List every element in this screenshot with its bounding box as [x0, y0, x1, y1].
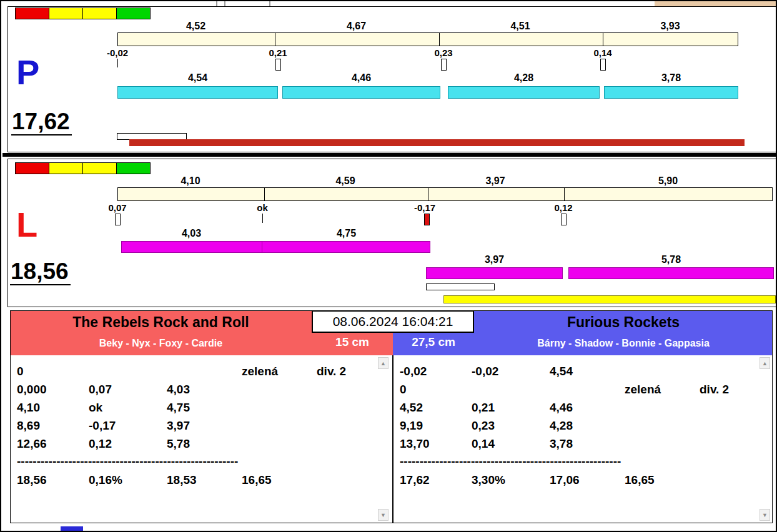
result-line: 4,10 ok 4,75 — [11, 401, 390, 417]
lane-p-top-split-label: 4,52 — [117, 21, 274, 32]
separator-dashes: ----------------------------------------… — [17, 455, 238, 468]
result-line: -0,02 -0,02 4,54 — [394, 365, 771, 381]
result-cell: 0,21 — [472, 401, 495, 415]
status-light-red — [15, 7, 49, 19]
result-cell: 0,14 — [472, 437, 495, 451]
team-right-jump-height: 27,5 cm — [393, 335, 474, 349]
result-cell: div. 2 — [317, 365, 346, 378]
scroll-down-button[interactable]: ▼ — [760, 509, 770, 521]
result-cell: 9,19 — [400, 419, 423, 433]
result-cell: -0,02 — [400, 365, 427, 378]
scroll-up-button[interactable]: ▲ — [760, 357, 770, 369]
scroll-down-button[interactable]: ▼ — [378, 509, 388, 521]
status-light-yellow — [82, 162, 117, 174]
lane-p-split-bar — [448, 86, 600, 99]
lane-l-split-label: 4,03 — [121, 228, 262, 239]
result-totals-line: 18,56 0,16% 18,53 16,65 — [11, 473, 390, 490]
results-divider — [392, 355, 393, 523]
result-cell: -0,02 — [472, 365, 498, 378]
team-left-results-area[interactable]: 0 zelená div. 2 0,000 0,07 4,03 4,10 ok … — [11, 356, 390, 522]
lane-p-top-split-label: 3,93 — [602, 21, 738, 32]
lane-p-delta-label: -0,02 — [92, 47, 142, 58]
window-edge-artifact — [269, 1, 270, 6]
result-cell: ok — [89, 401, 102, 415]
window-edge-artifact — [216, 1, 217, 6]
result-line: 9,19 0,23 4,28 — [394, 419, 771, 435]
team-left-name: The Rebels Rock and Roll — [10, 314, 312, 331]
result-cell: 4,10 — [17, 401, 40, 415]
change-marker — [275, 59, 281, 71]
total-percent: 0,16% — [89, 473, 122, 487]
status-light-yellow — [49, 7, 83, 19]
total-record: 16,65 — [625, 473, 655, 487]
lane-l-delta-label: 0,12 — [538, 202, 588, 213]
team-right-dogs: Bárny - Shadow - Bonnie - Gappasia — [474, 338, 773, 349]
lane-l-split-label: 4,75 — [262, 228, 430, 239]
lane-l-top-split-label: 4,59 — [264, 175, 427, 187]
result-cell: 5,78 — [167, 437, 190, 451]
lane-l-split-bar — [426, 267, 563, 279]
result-cell: 8,69 — [17, 419, 40, 433]
result-cell: 4,75 — [167, 401, 190, 415]
result-cell: 3,97 — [167, 419, 190, 433]
lane-p-delta-label: 0,21 — [253, 47, 303, 58]
lane-p-split-bar — [282, 86, 440, 99]
result-cell: 0,07 — [89, 383, 112, 397]
lane-l-split-label: 5,78 — [568, 254, 774, 265]
lane-p-bottom-split-label: 4,28 — [448, 72, 600, 84]
team-right-results-area[interactable]: -0,02 -0,02 4,54 0 zelená div. 2 4,52 0,… — [394, 356, 771, 522]
total-record: 16,65 — [242, 473, 272, 487]
lane-l-delta-label: -0,17 — [400, 202, 450, 213]
lane-l-split-label: 3,97 — [426, 254, 563, 265]
result-line: 4,52 0,21 4,46 — [394, 401, 771, 417]
segment-divider — [428, 188, 428, 200]
total-time: 17,62 — [400, 473, 430, 487]
lane-p-segment-bar — [117, 32, 738, 46]
segment-divider — [603, 33, 603, 46]
result-cell: 0,23 — [472, 419, 495, 433]
result-totals-line: 17,62 3,30% 17,06 16,65 — [394, 473, 771, 490]
scroll-up-button[interactable]: ▲ — [378, 357, 388, 369]
lane-p-bottom-split-label: 4,54 — [117, 72, 278, 84]
change-marker — [561, 214, 567, 225]
taskbar-artifact — [61, 526, 83, 532]
lane-l-progress-bar — [443, 295, 776, 303]
timing-app-window: P 4,52 4,67 4,51 3,93 -0,02 0,21 0,23 0,… — [0, 0, 777, 532]
datetime-display: 08.06.2024 16:04:21 — [312, 310, 474, 333]
result-line: 0,000 0,07 4,03 — [11, 383, 390, 399]
result-line: 8,69 -0,17 3,97 — [11, 419, 390, 435]
total-net: 17,06 — [550, 473, 580, 487]
status-light-yellow — [49, 162, 83, 174]
result-cell: 4,46 — [550, 401, 573, 415]
segment-divider — [564, 188, 565, 200]
window-edge-artifact — [224, 1, 225, 6]
result-cell: 4,54 — [550, 365, 573, 378]
total-time: 18,56 — [17, 473, 47, 487]
lane-p-total-time: 17,62 — [11, 110, 72, 135]
status-light-green — [116, 162, 151, 174]
lane-l-top-split-label: 3,97 — [427, 175, 563, 187]
status-light-yellow — [82, 7, 117, 19]
result-cell: 3,78 — [550, 437, 573, 451]
lane-l-split-bar — [121, 241, 262, 253]
total-percent: 3,30% — [472, 473, 505, 487]
result-cell: zelená — [625, 383, 661, 397]
result-cell: 4,52 — [400, 401, 423, 415]
result-cell: 0,12 — [89, 437, 112, 451]
lane-l-delta-label: ok — [237, 202, 287, 213]
lane-p-progress-bar — [129, 139, 745, 146]
lane-p-status-lights — [16, 7, 151, 19]
separator-dashes: ----------------------------------------… — [400, 455, 621, 468]
lane-l-total-time: 18,56 — [10, 260, 71, 285]
lane-l-progress-box — [426, 283, 495, 290]
lane-l-split-bar — [262, 241, 430, 253]
result-line: 0 zelená div. 2 — [394, 383, 771, 399]
result-cell: 4,28 — [550, 419, 573, 433]
lane-p-split-bar — [604, 86, 738, 99]
result-cell: 12,66 — [17, 437, 47, 451]
result-separator: ----------------------------------------… — [11, 455, 390, 471]
lane-l-status-lights — [16, 162, 151, 174]
fault-marker — [424, 214, 430, 225]
result-cell: 0 — [400, 383, 407, 397]
lane-p-top-split-label: 4,51 — [438, 21, 602, 32]
